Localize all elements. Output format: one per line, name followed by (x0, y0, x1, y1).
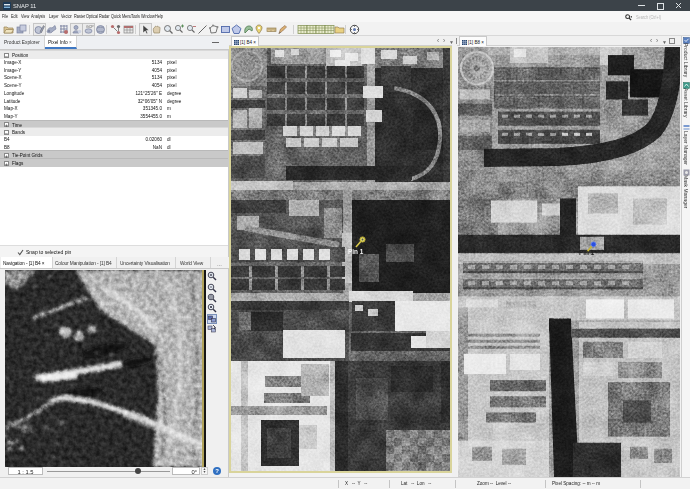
svg-text:Pin 1: Pin 1 (348, 248, 364, 255)
svg-text:GCP: GCP (86, 25, 94, 29)
svg-text:Pin 1: Pin 1 (579, 249, 595, 256)
